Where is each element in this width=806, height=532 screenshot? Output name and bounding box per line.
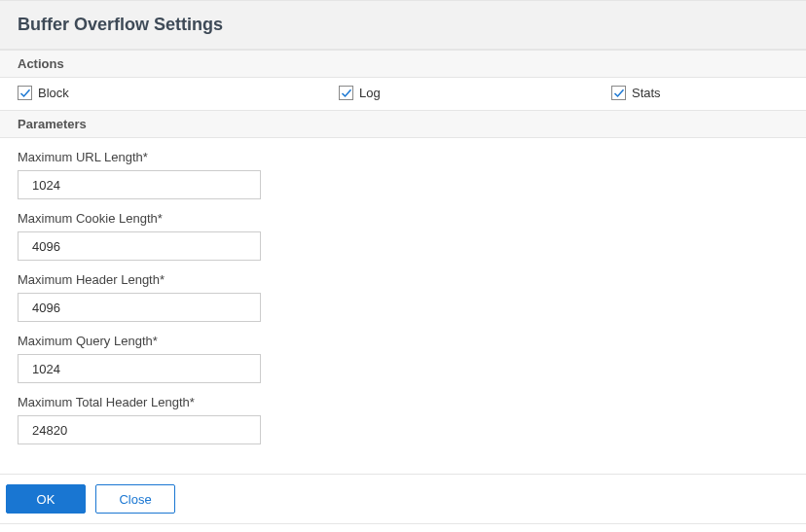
log-label: Log bbox=[359, 86, 381, 100]
field-max-query-length: Maximum Query Length* bbox=[18, 334, 788, 383]
panel-header: Buffer Overflow Settings bbox=[0, 0, 806, 50]
max-query-length-input[interactable] bbox=[18, 354, 261, 383]
field-max-cookie-length: Maximum Cookie Length* bbox=[18, 211, 788, 261]
max-url-length-input[interactable] bbox=[18, 170, 261, 199]
max-query-length-label: Maximum Query Length* bbox=[18, 334, 788, 348]
parameters-section: Maximum URL Length* Maximum Cookie Lengt… bbox=[0, 138, 806, 474]
max-url-length-label: Maximum URL Length* bbox=[18, 150, 788, 164]
footer: OK Close bbox=[0, 474, 806, 523]
stats-checkbox[interactable] bbox=[611, 86, 626, 100]
log-checkbox[interactable] bbox=[339, 86, 353, 100]
check-icon bbox=[19, 88, 31, 99]
close-button[interactable]: Close bbox=[95, 484, 175, 514]
block-checkbox[interactable] bbox=[18, 86, 32, 100]
max-cookie-length-label: Maximum Cookie Length* bbox=[18, 211, 788, 226]
parameters-section-label: Parameters bbox=[0, 110, 806, 138]
page-title: Buffer Overflow Settings bbox=[18, 15, 788, 35]
actions-section-label: Actions bbox=[0, 50, 806, 78]
action-block: Block bbox=[18, 86, 339, 100]
action-stats: Stats bbox=[611, 86, 788, 100]
max-header-length-input[interactable] bbox=[18, 293, 261, 322]
block-label: Block bbox=[38, 86, 69, 100]
max-cookie-length-input[interactable] bbox=[18, 231, 261, 261]
action-log: Log bbox=[339, 86, 611, 100]
field-max-url-length: Maximum URL Length* bbox=[18, 150, 788, 199]
stats-label: Stats bbox=[632, 86, 661, 100]
ok-button[interactable]: OK bbox=[6, 484, 86, 514]
max-header-length-label: Maximum Header Length* bbox=[18, 272, 788, 287]
check-icon bbox=[341, 88, 352, 99]
check-icon bbox=[613, 88, 625, 99]
settings-panel: Buffer Overflow Settings Actions Block L… bbox=[0, 0, 806, 524]
field-max-header-length: Maximum Header Length* bbox=[18, 272, 788, 322]
max-total-header-length-input[interactable] bbox=[18, 415, 261, 444]
actions-row: Block Log Stats bbox=[0, 78, 806, 110]
field-max-total-header-length: Maximum Total Header Length* bbox=[18, 395, 788, 444]
max-total-header-length-label: Maximum Total Header Length* bbox=[18, 395, 788, 409]
